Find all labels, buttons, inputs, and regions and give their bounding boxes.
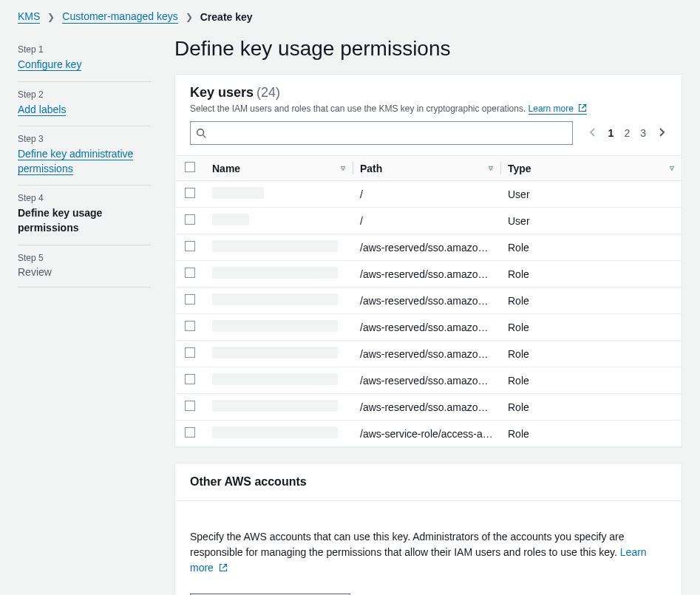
col-type[interactable]: Type (500, 156, 682, 181)
name-redacted (212, 400, 338, 412)
cell-path: /aws-reserved/sso.amazonaws… (353, 367, 500, 394)
table-row: /aws-reserved/sso.amazonaws…Role (175, 394, 682, 421)
page-next[interactable] (656, 126, 667, 141)
cell-type: User (500, 181, 682, 208)
step-title: Review (18, 266, 151, 278)
name-redacted (212, 267, 338, 279)
cell-type: Role (500, 421, 682, 447)
step-link[interactable]: Configure key (18, 58, 81, 71)
key-users-panel: Key users (24) Select the IAM users and … (174, 74, 682, 448)
key-users-count: (24) (256, 85, 280, 100)
page-2[interactable]: 2 (624, 127, 630, 139)
svg-point-0 (197, 129, 204, 136)
page-prev[interactable] (588, 126, 598, 141)
select-all-checkbox[interactable] (185, 162, 195, 172)
table-row: /aws-reserved/sso.amazonaws…Role (175, 288, 682, 314)
row-checkbox[interactable] (185, 268, 195, 278)
main-content: Define key usage permissions Key users (… (174, 37, 682, 595)
cell-type: Role (500, 314, 682, 341)
cell-type: Role (500, 341, 682, 367)
cell-path: /aws-reserved/sso.amazonaws… (353, 288, 500, 314)
breadcrumb-customer-keys[interactable]: Customer-managed keys (62, 10, 177, 24)
step-title: Define key usage permissions (18, 206, 151, 235)
table-row: /aws-reserved/sso.amazonaws…Role (175, 314, 682, 341)
table-row: /User (175, 208, 682, 234)
cell-type: Role (500, 394, 682, 421)
name-redacted (212, 373, 338, 385)
step-link[interactable]: Add labels (18, 103, 66, 116)
step-label: Step 1 (18, 44, 151, 55)
wizard-step[interactable]: Step 2Add labels (18, 82, 151, 127)
search-icon (196, 128, 206, 138)
breadcrumb: KMS ❯ Customer-managed keys ❯ Create key (18, 10, 682, 24)
cell-path: /aws-reserved/sso.amazonaws… (353, 341, 500, 367)
cell-path: / (353, 208, 500, 234)
breadcrumb-current: Create key (200, 11, 253, 23)
wizard-step: Step 4Define key usage permissions (18, 186, 151, 245)
breadcrumb-kms[interactable]: KMS (18, 10, 40, 24)
cell-path: /aws-reserved/sso.amazonaws… (353, 394, 500, 421)
key-users-desc: Select the IAM users and roles that can … (190, 103, 667, 114)
wizard-step[interactable]: Step 1Configure key (18, 37, 151, 82)
wizard-step[interactable]: Step 3Define key administrative permissi… (18, 126, 151, 186)
wizard-step: Step 5Review (18, 245, 151, 288)
cell-type: User (500, 208, 682, 234)
cell-path: /aws-service-role/access-analy… (353, 421, 500, 447)
cell-type: Role (500, 261, 682, 288)
cell-path: / (353, 181, 500, 208)
row-checkbox[interactable] (185, 188, 195, 198)
page-1[interactable]: 1 (608, 127, 614, 139)
row-checkbox[interactable] (185, 241, 195, 251)
table-row: /User (175, 181, 682, 208)
external-link-icon (578, 103, 587, 112)
chevron-right-icon: ❯ (186, 12, 193, 22)
row-checkbox[interactable] (185, 347, 195, 358)
key-users-title: Key users (190, 85, 254, 100)
cell-type: Role (500, 288, 682, 314)
name-redacted (212, 293, 338, 305)
name-redacted (212, 426, 338, 438)
table-row: /aws-reserved/sso.amazonaws…Role (175, 261, 682, 288)
col-path[interactable]: Path (353, 156, 500, 181)
table-row: /aws-service-role/access-analy…Role (175, 421, 682, 447)
col-name[interactable]: Name (205, 156, 353, 181)
cell-path: /aws-reserved/sso.amazonaws… (353, 261, 500, 288)
row-checkbox[interactable] (185, 294, 195, 305)
chevron-right-icon: ❯ (47, 12, 55, 22)
name-redacted (212, 214, 249, 225)
step-label: Step 2 (18, 89, 151, 100)
page-title: Define key usage permissions (174, 37, 682, 61)
pagination: 1 2 3 (588, 126, 667, 141)
cell-path: /aws-reserved/sso.amazonaws… (353, 234, 500, 261)
page-3[interactable]: 3 (640, 127, 646, 139)
external-link-icon (219, 563, 228, 572)
cell-path: /aws-reserved/sso.amazonaws… (353, 314, 500, 341)
other-accounts-panel: Other AWS accounts Specify the AWS accou… (174, 463, 682, 595)
row-checkbox[interactable] (185, 427, 195, 438)
other-accounts-title: Other AWS accounts (190, 475, 307, 488)
key-users-table: Name Path Type /User/User/aws-reserved/s… (175, 155, 682, 447)
row-checkbox[interactable] (185, 321, 195, 331)
row-checkbox[interactable] (185, 374, 195, 384)
step-label: Step 5 (18, 253, 151, 263)
row-checkbox[interactable] (185, 401, 195, 411)
step-label: Step 4 (18, 193, 151, 203)
search-field (190, 121, 573, 145)
search-input[interactable] (190, 121, 573, 145)
name-redacted (212, 240, 338, 252)
name-redacted (212, 320, 338, 332)
learn-more-link[interactable]: Learn more (529, 103, 588, 115)
row-checkbox[interactable] (185, 214, 195, 225)
step-link[interactable]: Define key administrative permissions (18, 148, 133, 175)
cell-type: Role (500, 367, 682, 394)
name-redacted (212, 187, 264, 199)
wizard-sidebar: Step 1Configure keyStep 2Add labelsStep … (18, 37, 151, 595)
other-accounts-desc: Specify the AWS accounts that can use th… (190, 529, 667, 576)
table-row: /aws-reserved/sso.amazonaws…Role (175, 341, 682, 367)
step-label: Step 3 (18, 134, 151, 144)
table-row: /aws-reserved/sso.amazonaws…Role (175, 367, 682, 394)
cell-type: Role (500, 234, 682, 261)
table-row: /aws-reserved/sso.amazonaws…Role (175, 234, 682, 261)
name-redacted (212, 347, 338, 358)
